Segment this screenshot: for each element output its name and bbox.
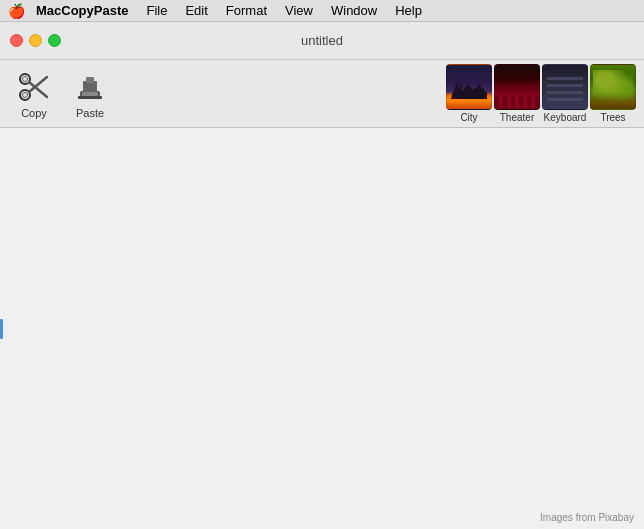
thumbnail-keyboard[interactable]: Keyboard: [542, 64, 588, 123]
minimize-button[interactable]: [29, 34, 42, 47]
thumbnails: City Theater Keyboard Trees: [446, 64, 636, 123]
menubar-view[interactable]: View: [277, 0, 321, 22]
paste-label: Paste: [76, 107, 104, 119]
svg-rect-10: [82, 92, 98, 96]
trees-label: Trees: [600, 112, 625, 123]
keyboard-label: Keyboard: [544, 112, 587, 123]
maximize-button[interactable]: [48, 34, 61, 47]
copy-label: Copy: [21, 107, 47, 119]
close-button[interactable]: [10, 34, 23, 47]
menubar-edit[interactable]: Edit: [177, 0, 215, 22]
stamp-icon: [72, 69, 108, 105]
menubar: 🍎 MacCopyPaste File Edit Format View Win…: [0, 0, 644, 22]
main-content: Images from Pixabay: [0, 128, 644, 529]
theater-image: [494, 64, 540, 110]
city-image: [446, 64, 492, 110]
left-accent: [0, 319, 3, 339]
trees-image: [590, 64, 636, 110]
toolbar: Copy Paste City Theater: [0, 60, 644, 128]
menubar-app-name[interactable]: MacCopyPaste: [28, 0, 136, 22]
thumbnail-theater[interactable]: Theater: [494, 64, 540, 123]
menubar-format[interactable]: Format: [218, 0, 275, 22]
window-controls: [10, 34, 61, 47]
titlebar: untitled: [0, 22, 644, 60]
paste-button[interactable]: Paste: [64, 66, 116, 122]
copy-button[interactable]: Copy: [8, 66, 60, 122]
thumbnail-trees[interactable]: Trees: [590, 64, 636, 123]
menubar-help[interactable]: Help: [387, 0, 430, 22]
pixabay-credit: Images from Pixabay: [540, 512, 634, 523]
apple-menu[interactable]: 🍎: [6, 0, 26, 22]
menubar-file[interactable]: File: [138, 0, 175, 22]
city-label: City: [460, 112, 477, 123]
menubar-window[interactable]: Window: [323, 0, 385, 22]
window-title: untitled: [301, 33, 343, 48]
svg-rect-8: [86, 77, 94, 83]
svg-rect-9: [78, 96, 102, 99]
thumbnail-city[interactable]: City: [446, 64, 492, 123]
scissors-icon: [16, 69, 52, 105]
theater-label: Theater: [500, 112, 534, 123]
keyboard-image: [542, 64, 588, 110]
